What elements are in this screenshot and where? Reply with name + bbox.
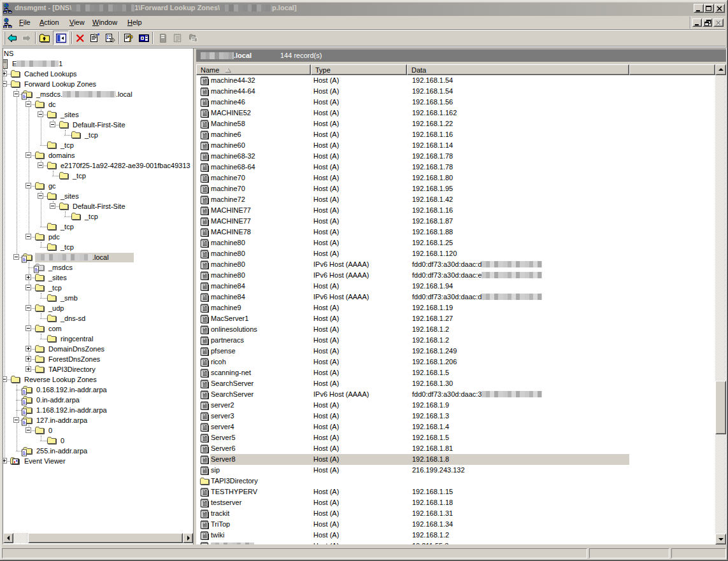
svg-text:?: ? xyxy=(128,33,134,43)
